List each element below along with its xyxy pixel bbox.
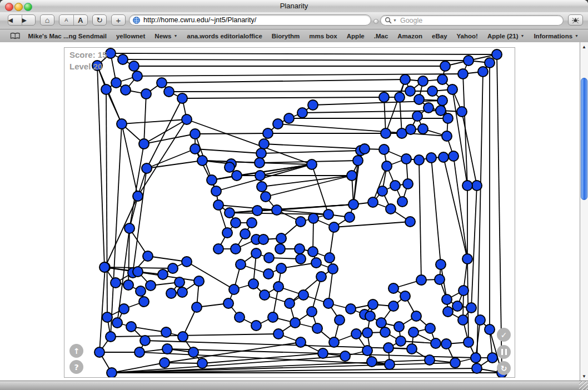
graph-node[interactable] <box>197 156 207 166</box>
field-divider-knob[interactable] <box>373 19 378 24</box>
graph-node[interactable] <box>232 171 242 181</box>
graph-node[interactable] <box>380 327 390 337</box>
graph-node[interactable] <box>94 347 104 357</box>
graph-node[interactable] <box>161 327 171 337</box>
graph-node[interactable] <box>207 175 217 185</box>
graph-node[interactable] <box>425 355 435 365</box>
graph-node[interactable] <box>290 318 300 328</box>
graph-node[interactable] <box>260 290 270 300</box>
graph-node[interactable] <box>475 315 485 325</box>
bookmark-item[interactable]: eBay <box>432 33 447 39</box>
graph-node[interactable] <box>367 357 377 367</box>
graph-node[interactable] <box>403 179 413 189</box>
graph-node[interactable] <box>323 209 333 219</box>
graph-node[interactable] <box>140 336 150 346</box>
graph-node[interactable] <box>248 279 258 289</box>
graph-node[interactable] <box>229 284 239 294</box>
graph-node[interactable] <box>442 294 452 304</box>
graph-node[interactable] <box>346 304 356 314</box>
graph-node[interactable] <box>192 302 202 312</box>
graph-node[interactable] <box>427 86 437 96</box>
add-bookmark-button[interactable]: + <box>111 14 126 26</box>
graph-node[interactable] <box>418 124 428 134</box>
graph-node[interactable] <box>335 315 345 325</box>
graph-node[interactable] <box>111 278 121 288</box>
graph-node[interactable] <box>276 233 286 243</box>
graph-node[interactable] <box>296 254 306 264</box>
vertical-scrollbar[interactable]: ▲ ▼ <box>580 42 588 381</box>
refresh-button[interactable]: ↻ <box>92 14 107 26</box>
graph-node[interactable] <box>472 363 482 373</box>
graph-node[interactable] <box>418 76 428 86</box>
graph-node[interactable] <box>442 131 452 141</box>
graph-node[interactable] <box>124 223 134 233</box>
graph-node[interactable] <box>325 253 335 263</box>
graph-node[interactable] <box>182 257 192 267</box>
title-bar[interactable]: Planarity <box>0 0 588 13</box>
graph-node[interactable] <box>401 154 411 164</box>
graph-node[interactable] <box>377 186 387 196</box>
graph-node[interactable] <box>143 251 153 261</box>
graph-node[interactable] <box>111 78 121 88</box>
graph-node[interactable] <box>298 290 308 300</box>
graph-node[interactable] <box>426 153 436 163</box>
graph-node[interactable] <box>251 321 261 331</box>
graph-node[interactable] <box>257 182 267 192</box>
graph-node[interactable] <box>351 329 361 339</box>
graph-node[interactable] <box>211 186 221 196</box>
graph-node[interactable] <box>296 217 306 227</box>
graph-node[interactable] <box>425 323 435 333</box>
resize-grip[interactable] <box>579 381 588 390</box>
graph-node[interactable] <box>162 344 172 354</box>
graph-node[interactable] <box>142 163 152 173</box>
graph-node[interactable] <box>307 307 317 317</box>
graph-node[interactable] <box>449 151 459 161</box>
graph-node[interactable] <box>340 351 350 361</box>
graph-node[interactable] <box>353 156 363 166</box>
graph-node[interactable] <box>295 244 305 254</box>
graph-node[interactable] <box>414 94 424 104</box>
graph-node[interactable] <box>457 107 467 117</box>
graph-node[interactable] <box>408 327 418 337</box>
graph-node[interactable] <box>222 228 232 238</box>
graph-node[interactable] <box>273 119 283 129</box>
graph-node[interactable] <box>168 263 178 273</box>
graph-node[interactable] <box>112 318 122 328</box>
graph-node[interactable] <box>329 337 339 347</box>
graph-node[interactable] <box>447 84 457 94</box>
bookmark-folder[interactable]: Apple (21)▼ <box>487 33 525 39</box>
graph-node[interactable] <box>452 301 462 311</box>
graph-node[interactable] <box>307 159 317 169</box>
graph-node[interactable] <box>311 258 321 268</box>
graph-node[interactable] <box>405 217 415 227</box>
graph-node[interactable] <box>423 103 433 113</box>
graph-node[interactable] <box>223 298 233 308</box>
graph-node[interactable] <box>458 315 468 325</box>
graph-node[interactable] <box>284 113 294 123</box>
graph-node[interactable] <box>443 307 453 317</box>
search-field[interactable]: ▼ <box>380 15 564 26</box>
graph-node[interactable] <box>407 344 417 354</box>
graph-node[interactable] <box>132 71 142 81</box>
graph-node[interactable] <box>247 218 257 228</box>
graph-node[interactable] <box>133 267 143 277</box>
graph-node[interactable] <box>383 343 393 353</box>
graph-node[interactable] <box>119 304 129 314</box>
graph-node[interactable] <box>190 144 200 154</box>
graph-node[interactable] <box>458 69 468 79</box>
graph-node[interactable] <box>328 264 338 274</box>
graph-node[interactable] <box>252 206 262 216</box>
url-input[interactable] <box>142 16 356 24</box>
home-button[interactable]: ⌂ <box>40 14 54 26</box>
graph-node[interactable] <box>379 144 389 154</box>
scroll-down-arrow[interactable]: ▼ <box>580 374 588 379</box>
graph-node[interactable] <box>388 283 398 293</box>
graph-node[interactable] <box>436 106 446 116</box>
graph-node[interactable] <box>182 114 192 124</box>
graph-node[interactable] <box>471 353 481 363</box>
graph-node[interactable] <box>440 61 450 71</box>
graph-node[interactable] <box>437 96 447 106</box>
graph-node[interactable] <box>308 213 318 223</box>
planarity-game-area[interactable]: Score: 15 Level 20 ↑ ? ✓ ↻ <box>64 47 515 378</box>
graph-node[interactable] <box>190 129 200 139</box>
